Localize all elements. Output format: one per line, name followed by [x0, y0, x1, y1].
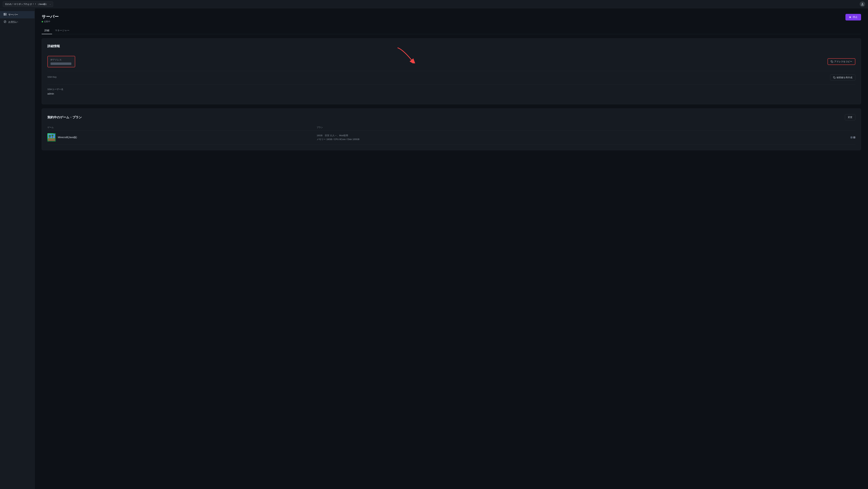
tabs: 詳細 マネージャー [42, 27, 861, 34]
col-plan: プラン [317, 126, 586, 129]
topbar-right [860, 1, 865, 7]
svg-point-0 [862, 3, 863, 4]
status-label: 起動中 [44, 20, 50, 23]
regenerate-key-label: 秘密鍵を再作成 [837, 76, 852, 79]
sidebar-item-payment-label: お支払い [8, 21, 18, 24]
svg-rect-13 [48, 139, 55, 141]
col-empty [586, 126, 855, 129]
details-card: 詳細情報 IPアドレス [42, 38, 861, 104]
svg-rect-17 [53, 138, 54, 138]
details-card-title: 詳細情報 [48, 44, 855, 48]
badge-dot-1 [850, 136, 852, 138]
plan-status-badge [586, 136, 855, 138]
ip-value-blurred [51, 62, 71, 65]
minecraft-thumbnail [48, 133, 56, 141]
ip-annotation-row: IPアドレス [48, 56, 855, 67]
main-content: サーバー 起動中 停止 詳細 マネージャー [35, 8, 868, 489]
page-title: サーバー [42, 14, 59, 20]
tab-manager-label: マネージャー [55, 29, 69, 32]
game-cell: Minecraft(Java版) [48, 133, 317, 141]
server-selector-label: 伝われ！ロリポップのよさ！！（Java版） [5, 3, 48, 6]
ssh-key-row-inner: SSH Key 秘密鍵を再作成 [48, 74, 855, 81]
sidebar-item-payment[interactable]: お支払い [0, 19, 35, 26]
regenerate-icon [833, 76, 836, 79]
game-name: Minecraft(Java版) [58, 136, 77, 139]
ip-label: IPアドレス [51, 58, 72, 61]
layout: サーバー お支払い サーバー 起動中 [0, 8, 868, 489]
svg-rect-19 [49, 135, 51, 137]
topbar: 伝われ！ロリポップのよさ！！（Java版） ⌄ [0, 0, 868, 8]
tab-manager[interactable]: マネージャー [52, 27, 72, 34]
sidebar: サーバー お支払い [0, 8, 35, 489]
topbar-left: 伝われ！ロリポップのよさ！！（Java版） ⌄ [3, 1, 53, 7]
minecraft-image [48, 134, 55, 141]
plan-info: 16GB 目安 11人～、Mod使用 メモリー 16GB / CPU 8Core… [317, 134, 586, 141]
server-selector[interactable]: 伝われ！ロリポップのよさ！！（Java版） ⌄ [3, 1, 53, 7]
chevron-down-icon: ⌄ [50, 3, 51, 5]
sidebar-item-server-label: サーバー [8, 13, 18, 16]
payment-icon [3, 20, 7, 24]
ip-address-row: IPアドレス [48, 53, 855, 71]
copy-address-button[interactable]: アドレスをコピー [828, 58, 855, 65]
page-status: 起動中 [42, 20, 59, 23]
svg-rect-9 [832, 61, 833, 63]
ssh-user-row: SSHユーザー名 admin [48, 84, 855, 99]
copy-icon [831, 60, 833, 63]
red-arrow-svg [389, 46, 424, 63]
regenerate-key-button[interactable]: 秘密鍵を再作成 [830, 74, 855, 81]
svg-rect-21 [52, 135, 54, 136]
change-plan-button[interactable]: 変更 [845, 114, 855, 121]
sidebar-item-server[interactable]: サーバー [0, 11, 35, 19]
badge-dot-2 [853, 136, 855, 138]
plan-table-header: ゲーム プラン [48, 125, 855, 130]
avatar[interactable] [860, 1, 865, 7]
ssh-user-value: admin [48, 92, 855, 95]
ssh-user-label: SSHユーザー名 [48, 88, 855, 91]
svg-rect-7 [849, 17, 850, 18]
plan-card: 契約中のゲーム・プラン 変更 ゲーム プラン [42, 108, 861, 150]
page-header: サーバー 起動中 停止 [42, 14, 861, 23]
user-icon [861, 2, 864, 6]
svg-point-4 [4, 15, 5, 15]
col-game: ゲーム [48, 126, 317, 129]
copy-address-label: アドレスをコピー [834, 60, 852, 63]
tab-details[interactable]: 詳細 [42, 27, 52, 34]
tab-details-label: 詳細 [44, 29, 49, 32]
stop-button[interactable]: 停止 [845, 14, 861, 21]
plan-row: Minecraft(Java版) 16GB 目安 11人～、Mod使用 メモリー… [48, 130, 855, 144]
plan-card-title: 契約中のゲーム・プラン [48, 115, 82, 119]
stop-button-label: 停止 [853, 15, 858, 19]
page-title-section: サーバー 起動中 [42, 14, 59, 23]
change-plan-label: 変更 [848, 116, 852, 119]
svg-rect-14 [49, 138, 49, 138]
ip-address-box: IPアドレス [48, 56, 75, 67]
ssh-key-row: SSH Key 秘密鍵を再作成 [48, 71, 855, 84]
svg-rect-10 [834, 77, 835, 78]
plan-line2: メモリー 16GB / CPU 8Core / Disk 100GB [317, 138, 586, 141]
ssh-key-label: SSH Key [48, 76, 57, 78]
stop-icon [849, 16, 851, 19]
server-icon [3, 13, 7, 17]
plan-header: 契約中のゲーム・プラン 変更 [48, 114, 855, 121]
svg-point-3 [4, 13, 5, 14]
status-dot [42, 21, 43, 22]
plan-line1: 16GB 目安 11人～、Mod使用 [317, 134, 586, 137]
